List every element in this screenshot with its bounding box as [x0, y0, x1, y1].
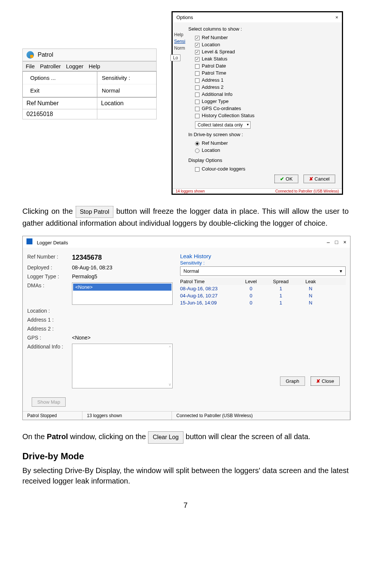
sensitivity-value: Normal: [97, 84, 156, 97]
options-dialog: Options × Help Sensi Norm Lo Select colu…: [172, 11, 343, 195]
heading-drive-by-mode: Drive-by Mode: [22, 451, 349, 462]
close-icon[interactable]: ×: [343, 239, 346, 245]
patrol-titlebar: Patrol: [22, 49, 157, 61]
dmas-item[interactable]: <None>: [73, 284, 172, 291]
col-header-location[interactable]: Location: [97, 98, 156, 109]
chk-colour-code[interactable]: [195, 167, 199, 172]
menu-file[interactable]: File: [26, 63, 35, 69]
logger-details-statusbar: Patrol Stopped 13 loggers shown Connecte…: [23, 411, 350, 420]
chevron-down-icon: ▾: [340, 268, 342, 274]
dmas-listbox[interactable]: <None>: [72, 282, 173, 305]
radio-refnumber[interactable]: [195, 141, 199, 146]
select-columns-heading: Select columns to show :: [188, 26, 339, 32]
cancel-button[interactable]: ✘Cancel: [304, 175, 335, 183]
minimize-icon[interactable]: –: [327, 239, 330, 245]
stop-patrol-button[interactable]: Stop Patrol: [76, 206, 113, 218]
chk-logger-type[interactable]: [195, 100, 199, 104]
display-options-heading: Display Options: [188, 157, 339, 163]
show-map-button[interactable]: Show Map: [32, 397, 66, 407]
chk-refnumber[interactable]: [195, 36, 199, 40]
table-row[interactable]: 08-Aug-16, 08:23 0 1 N: [180, 285, 346, 292]
page-number: 7: [22, 501, 349, 510]
ld-gps: <None>: [72, 335, 173, 341]
radio-location[interactable]: [195, 148, 199, 153]
patrol-menu-panel: Patrol File Patroller Logger Help Option…: [22, 49, 157, 119]
chk-location[interactable]: [195, 43, 199, 47]
collect-select[interactable]: Collect latest data only: [195, 121, 251, 129]
leak-table-header: Patrol Time Level Spread Leak: [180, 278, 346, 285]
patrol-app-icon: [26, 51, 34, 59]
chk-history-collection[interactable]: [195, 114, 199, 118]
location-value: [97, 109, 156, 119]
leak-history-heading: Leak History: [180, 253, 346, 259]
ref-number-value: 02165018: [23, 109, 97, 119]
chk-leak-status[interactable]: [195, 57, 199, 62]
background-labels: Help Sensi Norm Lo: [174, 25, 188, 185]
menu-exit[interactable]: Exit: [23, 84, 97, 97]
ok-button[interactable]: ✔OK: [274, 175, 298, 183]
menu-options[interactable]: Options ...: [23, 72, 97, 84]
maximize-icon[interactable]: □: [335, 239, 338, 245]
sensitivity-label: Sensitivity :: [97, 72, 156, 84]
table-row[interactable]: 04-Aug-16, 10:27 0 1 N: [180, 292, 346, 299]
close-icon[interactable]: ×: [335, 15, 338, 20]
status-connection: Connected to Patroller (USB Wireless): [275, 189, 339, 193]
ld-loggertype: Permalog5: [72, 273, 173, 279]
col-header-refnumber[interactable]: Ref Number: [23, 98, 97, 109]
logger-details-window: Logger Details – □ × Ref Number :1234567…: [22, 236, 350, 420]
menubar: File Patroller Logger Help: [22, 61, 157, 71]
driveby-show-heading: In Drive-by screen show :: [188, 132, 339, 137]
patrol-title: Patrol: [38, 51, 53, 58]
graph-button[interactable]: Graph: [280, 376, 305, 386]
logger-details-title: Logger Details: [37, 240, 68, 245]
close-button[interactable]: ✘ Close: [311, 376, 340, 386]
menu-logger[interactable]: Logger: [66, 63, 84, 69]
ld-deployed: 08-Aug-16, 08:23: [72, 265, 173, 270]
chk-address1[interactable]: [195, 78, 199, 83]
chk-additional-info[interactable]: [195, 93, 199, 97]
additional-info-textarea[interactable]: ^v: [72, 344, 173, 388]
logger-details-icon: [26, 238, 32, 244]
file-menu-open: Options ... Exit Sensitivity : Normal: [22, 71, 157, 97]
chk-gps[interactable]: [195, 107, 199, 111]
paragraph-drive-by: By selecting Drive-By Display, the windo…: [22, 465, 349, 486]
menu-help[interactable]: Help: [89, 63, 100, 69]
sensitivity-select[interactable]: Normal▾: [180, 266, 346, 276]
paragraph-stop-patrol: Clicking on the Stop Patrol button will …: [22, 206, 349, 228]
chk-level-spread[interactable]: [195, 50, 199, 54]
paragraph-clear-log: On the Patrol window, clicking on the Cl…: [22, 431, 349, 443]
chk-patrol-date[interactable]: [195, 64, 199, 69]
table-row[interactable]: 15-Jun-16, 14:09 0 1 N: [180, 299, 346, 306]
status-loggers: 14 loggers shown: [176, 189, 205, 193]
chk-patrol-time[interactable]: [195, 71, 199, 76]
chk-address2[interactable]: [195, 85, 199, 90]
clear-log-button[interactable]: Clear Log: [148, 431, 183, 443]
menu-patroller[interactable]: Patroller: [40, 63, 61, 69]
options-title: Options: [176, 15, 193, 20]
ld-refnumber: 12345678: [72, 254, 173, 262]
